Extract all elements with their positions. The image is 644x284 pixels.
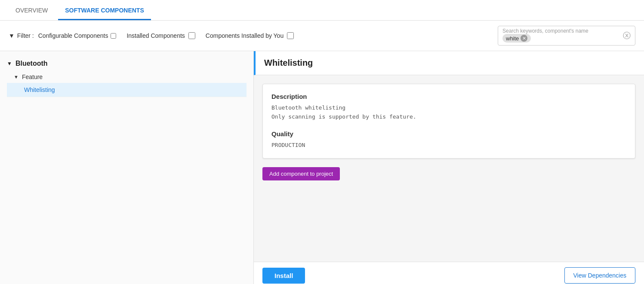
- main-content: ▼ Bluetooth ▼ Feature Whitelisting White…: [0, 51, 644, 284]
- search-container[interactable]: Search keywords, component's name white …: [498, 26, 635, 46]
- quality-value: PRODUCTION: [271, 141, 626, 150]
- top-nav: OVERVIEW SOFTWARE COMPONENTS: [0, 0, 644, 21]
- bluetooth-arrow-icon: ▼: [7, 61, 12, 67]
- installed-checkbox[interactable]: [188, 32, 195, 39]
- sidebar: ▼ Bluetooth ▼ Feature Whitelisting: [0, 51, 254, 284]
- whitelisting-label: Whitelisting: [24, 86, 55, 93]
- view-dependencies-button[interactable]: View Dependencies: [564, 267, 636, 284]
- action-bar: Install View Dependencies: [254, 262, 644, 284]
- search-placeholder-text: Search keywords, component's name: [502, 28, 589, 34]
- installed-by-you-filter-item: Components Installed by You: [206, 32, 294, 39]
- installed-label: Installed Components: [126, 32, 185, 39]
- sidebar-group-header-bluetooth[interactable]: ▼ Bluetooth: [7, 56, 247, 71]
- sidebar-sub-group-feature: ▼ Feature Whitelisting: [7, 71, 247, 97]
- search-tag: white ✕: [502, 34, 531, 43]
- sidebar-item-whitelisting[interactable]: Whitelisting: [7, 83, 247, 97]
- description-title: Description: [271, 93, 626, 100]
- sidebar-sub-header-feature[interactable]: ▼ Feature: [7, 71, 247, 83]
- feature-arrow-icon: ▼: [14, 74, 18, 79]
- install-button[interactable]: Install: [262, 268, 305, 284]
- configurable-checkbox[interactable]: [111, 33, 116, 39]
- description-line-1: Bluetooth whitelisting: [271, 104, 626, 113]
- filter-bar: ▼ Filter : Configurable Components Insta…: [0, 21, 644, 51]
- quality-title: Quality: [271, 130, 626, 137]
- description-section: Description Bluetooth whitelisting Only …: [271, 93, 626, 122]
- description-line-2: Only scanning is supported by this featu…: [271, 113, 626, 122]
- search-tag-text: white: [506, 35, 519, 42]
- right-panel-body: Description Bluetooth whitelisting Only …: [254, 75, 644, 262]
- description-text: Bluetooth whitelisting Only scanning is …: [271, 104, 626, 122]
- right-panel: Whitelisting Description Bluetooth white…: [254, 51, 644, 284]
- installed-filter-item: Installed Components: [126, 32, 195, 39]
- quality-section: Quality PRODUCTION: [271, 130, 626, 150]
- detail-title: Whitelisting: [264, 58, 313, 67]
- installed-by-you-label: Components Installed by You: [206, 32, 283, 39]
- installed-by-you-checkbox[interactable]: [287, 32, 294, 39]
- bluetooth-label: Bluetooth: [15, 60, 48, 67]
- filter-label: ▼ Filter : Configurable Components: [9, 32, 116, 39]
- search-clear-icon[interactable]: ⓧ: [623, 31, 631, 41]
- tab-software-components[interactable]: SOFTWARE COMPONENTS: [58, 7, 151, 20]
- add-component-button[interactable]: Add component to project: [262, 167, 340, 180]
- sidebar-group-bluetooth: ▼ Bluetooth ▼ Feature Whitelisting: [0, 51, 253, 102]
- detail-header: Whitelisting: [254, 51, 644, 75]
- search-tag-close-icon[interactable]: ✕: [521, 35, 527, 42]
- filter-label-text: Configurable Components: [38, 32, 108, 39]
- feature-label: Feature: [22, 73, 43, 80]
- filter-icon: ▼: [9, 32, 15, 39]
- info-card: Description Bluetooth whitelisting Only …: [262, 84, 635, 159]
- tab-overview[interactable]: OVERVIEW: [9, 7, 55, 20]
